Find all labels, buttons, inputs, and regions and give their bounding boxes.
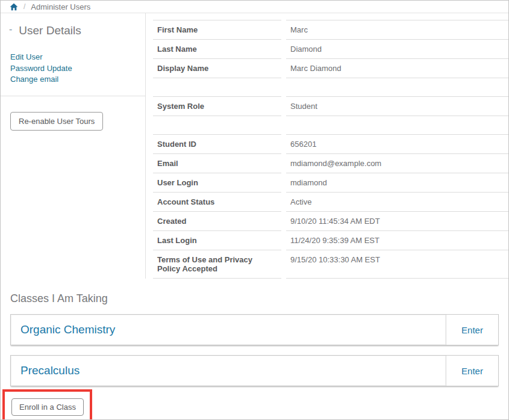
detail-label: Email bbox=[153, 154, 281, 173]
sidebar-link[interactable]: Password Update bbox=[10, 64, 72, 73]
detail-value: 9/15/20 10:33:30 AM EST bbox=[286, 250, 509, 279]
class-enter-link[interactable]: Enter bbox=[461, 325, 483, 335]
class-name-cell: Organic Chemistry bbox=[11, 315, 446, 345]
detail-value: Marc bbox=[286, 20, 509, 40]
class-enter-link[interactable]: Enter bbox=[461, 366, 483, 376]
collapse-minus-icon[interactable]: - bbox=[9, 25, 12, 34]
detail-value: 9/10/20 11:45:34 AM EDT bbox=[286, 212, 509, 231]
detail-row: Last Login 11/24/20 9:35:39 AM EST bbox=[153, 231, 509, 250]
class-enter-cell: Enter bbox=[446, 315, 498, 345]
sidebar-title-label: User Details bbox=[19, 22, 81, 39]
detail-row: Terms of Use and Privacy Policy Accepted… bbox=[153, 250, 509, 279]
detail-label: Display Name bbox=[153, 59, 281, 78]
detail-label: User Login bbox=[153, 173, 281, 193]
class-card-list: Organic Chemistry Enter Precalculus Ente… bbox=[10, 314, 499, 386]
detail-value: Marc Diamond bbox=[286, 59, 509, 78]
detail-label: Account Status bbox=[153, 193, 281, 212]
detail-value: mdiamond bbox=[286, 173, 509, 193]
detail-label: First Name bbox=[153, 20, 281, 40]
admin-user-page: / Administer Users - User Details Edit U… bbox=[0, 0, 509, 420]
detail-label: Student ID bbox=[153, 135, 281, 154]
breadcrumb: / Administer Users bbox=[1, 1, 508, 13]
breadcrumb-current: Administer Users bbox=[31, 2, 90, 11]
breadcrumb-separator: / bbox=[23, 2, 25, 11]
sidebar-link-item: Edit User bbox=[10, 52, 145, 63]
detail-value: Diamond bbox=[286, 40, 509, 59]
classes-section: Classes I Am Taking Organic Chemistry En… bbox=[1, 292, 508, 420]
detail-value: Active bbox=[286, 193, 509, 212]
detail-row bbox=[153, 116, 509, 135]
class-name-link[interactable]: Precalculus bbox=[20, 364, 80, 377]
sidebar-link[interactable]: Change email bbox=[10, 75, 58, 84]
detail-row: Created 9/10/20 11:45:34 AM EDT bbox=[153, 212, 509, 231]
class-card: Precalculus Enter bbox=[10, 355, 499, 386]
detail-row: Account Status Active bbox=[153, 193, 509, 212]
detail-label bbox=[153, 78, 281, 97]
detail-label: System Role bbox=[153, 97, 281, 116]
user-details-pane: First Name Marc Last Name Diamond Displa… bbox=[146, 13, 509, 279]
sidebar-divider bbox=[1, 96, 145, 96]
main-content: - User Details Edit User Password Update… bbox=[1, 13, 508, 279]
detail-row: Student ID 656201 bbox=[153, 135, 509, 154]
detail-value: 656201 bbox=[286, 135, 509, 154]
detail-label bbox=[153, 116, 281, 135]
re-enable-user-tours-button[interactable]: Re-enable User Tours bbox=[10, 112, 103, 131]
class-name-link[interactable]: Organic Chemistry bbox=[20, 323, 115, 336]
detail-value bbox=[286, 78, 509, 97]
classes-heading: Classes I Am Taking bbox=[10, 292, 499, 305]
detail-row: Email mdiamond@example.com bbox=[153, 154, 509, 173]
detail-row: Display Name Marc Diamond bbox=[153, 59, 509, 78]
detail-label: Last Login bbox=[153, 231, 281, 250]
sidebar-links: Edit User Password Update Change email bbox=[10, 52, 145, 85]
sidebar-link[interactable]: Edit User bbox=[10, 52, 42, 61]
detail-label: Terms of Use and Privacy Policy Accepted bbox=[153, 250, 281, 279]
sidebar-link-item: Password Update bbox=[10, 63, 145, 75]
sidebar-link-item: Change email bbox=[10, 74, 145, 85]
detail-row: System Role Student bbox=[153, 97, 509, 116]
class-card: Organic Chemistry Enter bbox=[10, 314, 499, 345]
detail-row: User Login mdiamond bbox=[153, 173, 509, 193]
home-icon[interactable] bbox=[10, 3, 18, 11]
user-details-table: First Name Marc Last Name Diamond Displa… bbox=[148, 20, 509, 279]
sidebar-title: - User Details bbox=[9, 22, 145, 39]
detail-value: Student bbox=[286, 97, 509, 116]
sidebar-user-details: - User Details Edit User Password Update… bbox=[1, 13, 146, 279]
detail-value: 11/24/20 9:35:39 AM EST bbox=[286, 231, 509, 250]
detail-row bbox=[153, 78, 509, 97]
detail-value: mdiamond@example.com bbox=[286, 154, 509, 173]
detail-value bbox=[286, 116, 509, 135]
class-enter-cell: Enter bbox=[446, 356, 498, 386]
detail-row: First Name Marc bbox=[153, 20, 509, 40]
red-annotation-box: Enroll in a Class bbox=[2, 389, 92, 420]
class-name-cell: Precalculus bbox=[11, 356, 446, 386]
detail-label: Created bbox=[153, 212, 281, 231]
detail-label: Last Name bbox=[153, 40, 281, 59]
detail-row: Last Name Diamond bbox=[153, 40, 509, 59]
enroll-in-class-button[interactable]: Enroll in a Class bbox=[11, 398, 84, 416]
